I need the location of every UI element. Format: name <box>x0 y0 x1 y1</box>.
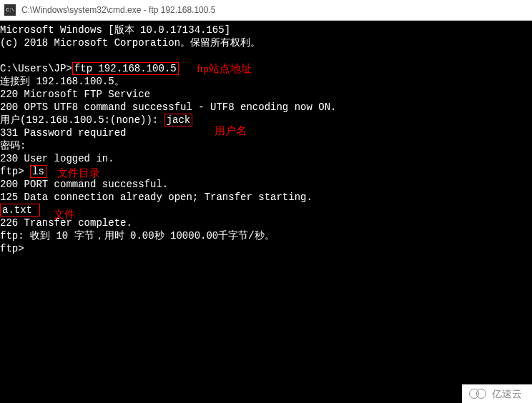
prompt-text: C:\Users\JP> <box>0 63 72 74</box>
file-line: a.txt <box>0 204 532 217</box>
output-line: 密码: <box>0 139 532 152</box>
output-line: 125 Data connection already open; Transf… <box>0 191 532 204</box>
watermark: 亿速云 <box>462 384 532 403</box>
window-title: C:\Windows\system32\cmd.exe - ftp 192.16… <box>21 5 215 15</box>
file-highlight: a.txt <box>0 204 40 217</box>
titlebar: C:\ C:\Windows\system32\cmd.exe - ftp 19… <box>0 0 532 21</box>
annotation-dirlist: 文件目录 <box>57 166 100 179</box>
output-line: 220 Microsoft FTP Service <box>0 88 532 101</box>
watermark-text: 亿速云 <box>492 387 522 400</box>
output-line: 230 User logged in. <box>0 152 532 165</box>
output-line: 200 OPTS UTF8 command successful - UTF8 … <box>0 101 532 114</box>
prompt-text: ftp> <box>0 166 30 177</box>
output-line: 连接到 192.168.100.5。 <box>0 75 532 88</box>
user-input-line: 用户(192.168.100.5:(none)): jack <box>0 114 532 126</box>
output-line: 331 Password required <box>0 126 532 139</box>
username-highlight: jack <box>164 114 193 126</box>
output-line: 226 Transfer complete. <box>0 217 532 229</box>
output-line: (c) 2018 Microsoft Corporation。保留所有权利。 <box>0 36 532 49</box>
ftp-command-highlight: ftp 192.168.100.5 <box>72 62 179 75</box>
annotation-ftp-address: ftp站点地址 <box>197 62 252 75</box>
ls-command-highlight: ls <box>30 165 46 178</box>
prompt-line[interactable]: ftp> <box>0 242 532 255</box>
annotation-file: 文件 <box>54 208 75 221</box>
output-line: ftp: 收到 10 字节，用时 0.00秒 10000.00千字节/秒。 <box>0 229 532 242</box>
annotation-username: 用户名 <box>215 124 247 137</box>
command-line: C:\Users\JP>ftp 192.168.100.5 <box>0 62 532 75</box>
output-line: Microsoft Windows [版本 10.0.17134.165] <box>0 24 532 36</box>
watermark-icon <box>469 388 489 399</box>
cmd-icon: C:\ <box>4 4 16 16</box>
prompt-text: 用户(192.168.100.5:(none)): <box>0 114 164 126</box>
output-line: 200 PORT command successful. <box>0 178 532 191</box>
blank-line <box>0 49 532 62</box>
terminal-area[interactable]: Microsoft Windows [版本 10.0.17134.165] (c… <box>0 21 532 403</box>
